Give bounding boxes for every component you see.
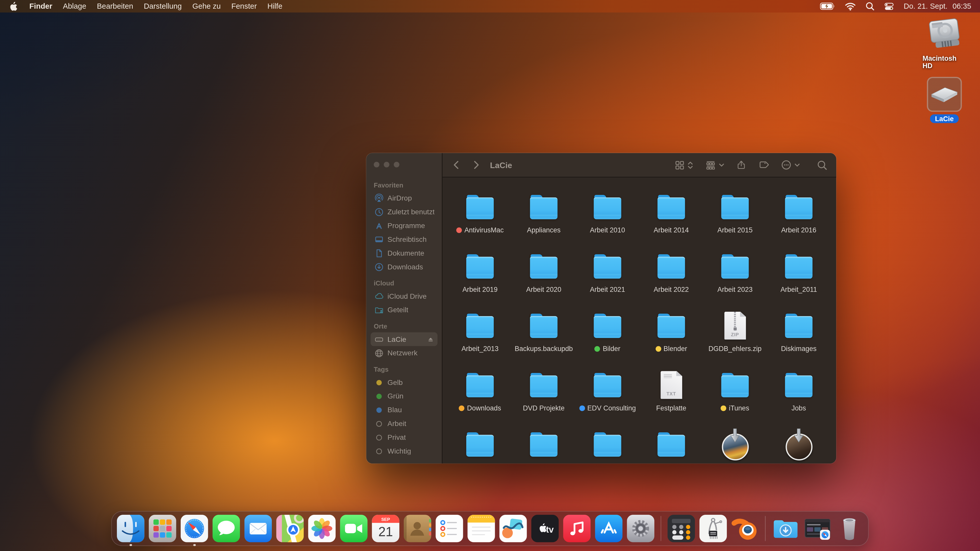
menu-darstellung[interactable]: Darstellung — [144, 2, 182, 11]
sidebar-item-lacie[interactable]: LaCie — [371, 332, 438, 346]
file-backups-backupdb[interactable]: Backups.backupdb — [512, 310, 576, 369]
file-arbeit-2014[interactable]: Arbeit 2014 — [639, 191, 703, 251]
file-appliances[interactable]: Appliances — [512, 191, 576, 251]
file-arbeit-2021[interactable]: Arbeit 2021 — [576, 251, 640, 310]
file-arbeit-2013[interactable]: Arbeit_2013 — [448, 310, 512, 369]
file-clipped[interactable] — [767, 429, 831, 464]
file-arbeit-2023[interactable]: Arbeit 2023 — [703, 251, 767, 310]
control-center-icon[interactable] — [884, 2, 894, 11]
dock-minimized-safari-window-icon[interactable] — [803, 515, 831, 542]
back-button[interactable] — [451, 159, 461, 170]
file-bilder[interactable]: Bilder — [576, 310, 640, 369]
dock-freeform-icon[interactable] — [500, 515, 527, 542]
dock-mail-icon[interactable] — [245, 515, 272, 542]
dock-reminders-icon[interactable] — [436, 515, 463, 542]
dock-app-store-icon[interactable] — [595, 515, 622, 542]
forward-button[interactable] — [471, 159, 481, 170]
dock-blender-icon[interactable] — [731, 515, 759, 542]
file-diskimages[interactable]: Diskimages — [767, 310, 831, 369]
view-mode-button[interactable] — [674, 160, 693, 170]
sidebar-item-netzwerk[interactable]: Netzwerk — [371, 346, 438, 360]
dock-notes-icon[interactable] — [468, 515, 495, 542]
dock-hardware-utility-icon[interactable] — [699, 515, 727, 542]
battery-icon[interactable] — [820, 3, 835, 10]
tag-button[interactable] — [758, 160, 769, 170]
file-dgdb-ehlers-zip[interactable]: ZIPDGDB_ehlers.zip — [703, 310, 767, 369]
zoom-button[interactable] — [394, 162, 399, 167]
close-button[interactable] — [374, 162, 379, 167]
dock-calculator-icon[interactable] — [668, 515, 695, 542]
folder-icon — [530, 310, 558, 341]
file-clipped[interactable] — [512, 429, 576, 464]
file-dvd-projekte[interactable]: DVD Projekte — [512, 369, 576, 429]
menu-bearbeiten[interactable]: Bearbeiten — [97, 2, 133, 11]
file-itunes[interactable]: iTunes — [703, 369, 767, 429]
spotlight-search-icon[interactable] — [865, 2, 874, 11]
dock-music-icon[interactable] — [563, 515, 591, 542]
file-arbeit-2019[interactable]: Arbeit 2019 — [448, 251, 512, 310]
menu-gehe-zu[interactable]: Gehe zu — [192, 2, 221, 11]
file-downloads[interactable]: Downloads — [448, 369, 512, 429]
sidebar-item-dokumente[interactable]: Dokumente — [371, 246, 438, 260]
dock-calendar-icon[interactable]: SEP 21 — [372, 515, 399, 542]
sidebar-item-privat[interactable]: Privat — [371, 430, 438, 444]
dock-system-settings-icon[interactable] — [627, 515, 654, 542]
file-clipped[interactable] — [448, 429, 512, 464]
sidebar-item-airdrop[interactable]: AirDrop — [371, 191, 438, 205]
menu-app-name[interactable]: Finder — [29, 2, 52, 11]
tag-dot — [721, 405, 726, 411]
more-actions-button[interactable] — [781, 159, 800, 170]
menu-hilfe[interactable]: Hilfe — [267, 2, 283, 11]
group-by-button[interactable] — [705, 160, 724, 170]
file-clipped[interactable] — [703, 429, 767, 464]
dock-launchpad-icon[interactable] — [149, 515, 177, 542]
sidebar-item-zuletzt-benutzt[interactable]: Zuletzt benutzt — [371, 205, 438, 219]
file-clipped[interactable] — [576, 429, 640, 464]
dock-finder-icon[interactable] — [117, 515, 145, 542]
file-jobs[interactable]: Jobs — [767, 369, 831, 429]
dock-maps-icon[interactable] — [276, 515, 304, 542]
desktop-volume-macintosh-hd[interactable]: Macintosh HD — [923, 17, 966, 69]
dock-facetime-icon[interactable] — [340, 515, 368, 542]
file-blender[interactable]: Blender — [639, 310, 703, 369]
sidebar-item-gelb[interactable]: Gelb — [371, 375, 438, 389]
eject-icon[interactable] — [427, 335, 434, 343]
file-edv-consulting[interactable]: EDV Consulting — [576, 369, 640, 429]
file-arbeit-2016[interactable]: Arbeit 2016 — [767, 191, 831, 251]
dock-contacts-icon[interactable] — [404, 515, 431, 542]
share-button[interactable] — [736, 159, 746, 170]
file-arbeit-2010[interactable]: Arbeit 2010 — [576, 191, 640, 251]
file-arbeit-2020[interactable]: Arbeit 2020 — [512, 251, 576, 310]
dock-photos-icon[interactable] — [308, 515, 336, 542]
dock-messages-icon[interactable] — [213, 515, 240, 542]
sidebar-item-arbeit[interactable]: Arbeit — [371, 416, 438, 430]
file-arbeit-2011[interactable]: Arbeit_2011 — [767, 251, 831, 310]
menu-clock[interactable]: Do. 21. Sept. 06:35 — [904, 2, 971, 11]
minimize-button[interactable] — [384, 162, 390, 167]
file-arbeit-2015[interactable]: Arbeit 2015 — [703, 191, 767, 251]
dock-downloads-folder-icon[interactable] — [772, 515, 799, 542]
dock-trash-icon[interactable] — [835, 515, 863, 542]
file-antivirusmac[interactable]: AntivirusMac — [448, 191, 512, 251]
sidebar-item-schreibtisch[interactable]: Schreibtisch — [371, 232, 438, 246]
cloud-icon — [374, 291, 383, 301]
file-clipped[interactable] — [639, 429, 703, 464]
apple-menu-icon[interactable] — [9, 1, 18, 12]
sidebar-item-geteilt[interactable]: Geteilt — [371, 303, 438, 317]
search-button[interactable] — [817, 160, 828, 170]
sidebar-item-icloud-drive[interactable]: iCloud Drive — [371, 289, 438, 303]
menu-fenster[interactable]: Fenster — [231, 2, 257, 11]
sidebar-item-wichtig[interactable]: Wichtig — [371, 444, 438, 458]
desktop-volume-lacie[interactable]: LaCie — [927, 69, 962, 123]
file-festplatte[interactable]: TXTFestplatte — [639, 369, 703, 429]
wifi-icon[interactable] — [845, 2, 856, 11]
file-arbeit-2022[interactable]: Arbeit 2022 — [639, 251, 703, 310]
sidebar-item-blau[interactable]: Blau — [371, 403, 438, 417]
sidebar-item-programme[interactable]: Programme — [371, 219, 438, 232]
menu-ablage[interactable]: Ablage — [63, 2, 86, 11]
sidebar-item-downloads[interactable]: Downloads — [371, 260, 438, 274]
sidebar-item-grün[interactable]: Grün — [371, 389, 438, 403]
dock-safari-icon[interactable] — [181, 515, 208, 542]
file-grid: AntivirusMacAppliancesArbeit 2010Arbeit … — [442, 178, 836, 464]
dock-tv-icon[interactable]: tv — [531, 515, 559, 542]
